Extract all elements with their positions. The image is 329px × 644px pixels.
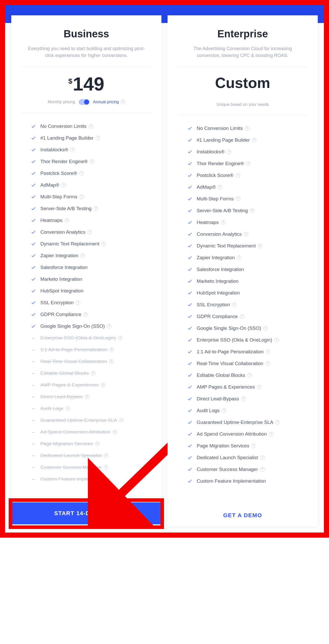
help-icon[interactable]: ? [257,385,262,389]
check-icon [187,150,192,154]
help-icon[interactable]: ? [269,432,274,436]
help-icon[interactable]: ? [95,442,100,446]
get-demo-button[interactable]: GET A DEMO [168,504,318,526]
help-icon[interactable]: ? [222,408,226,413]
help-icon[interactable]: ? [104,453,108,458]
feature-list-business: No Conversion Limits?#1 Landing Page Bui… [21,120,151,485]
help-icon[interactable]: ? [79,171,84,176]
feature-label: Audit Logs [40,406,63,411]
help-icon[interactable]: ? [263,326,268,331]
feature-item: Page Migration Services? [187,440,308,452]
dash-icon: – [31,476,36,482]
help-icon[interactable]: ? [250,208,254,213]
feature-label: Dynamic Text Replacement [40,241,99,247]
start-trial-button[interactable]: START 14-DAY TRIAL [11,502,161,524]
check-icon [187,185,192,189]
help-icon[interactable]: ? [260,467,265,472]
feature-item: –Custom Feature Implementation [31,473,151,485]
help-icon[interactable]: ? [109,359,114,364]
help-icon[interactable]: ? [93,206,98,211]
help-icon[interactable]: ? [84,312,88,317]
help-icon[interactable]: ? [76,300,80,305]
check-icon [187,302,192,307]
help-icon[interactable]: ? [236,173,240,178]
help-icon[interactable]: ? [274,338,279,342]
help-icon[interactable]: ? [101,383,105,387]
help-icon[interactable]: ? [218,185,222,189]
billing-toggle[interactable] [79,99,89,105]
help-icon[interactable]: ? [240,314,244,319]
help-icon[interactable]: ? [89,124,93,129]
help-icon[interactable]: ? [101,242,106,246]
feature-item: No Conversion Limits? [31,120,151,132]
help-icon[interactable]: ? [258,244,262,248]
help-icon[interactable]: ? [85,394,89,399]
help-icon[interactable]: ? [65,406,70,411]
feature-item: Audit Logs? [187,405,308,416]
help-icon[interactable]: ? [80,253,85,258]
divider [21,112,151,113]
toggle-label-annual[interactable]: Annual pricing ? [93,100,125,104]
feature-label: Zapier Integration [40,253,78,258]
feature-label: Enterprise SSO (Okta & OneLogin) [40,335,116,341]
feature-item: –Guaranteed Uptime-Enterprise SLA? [31,414,151,426]
help-icon[interactable]: ? [107,324,111,329]
help-icon[interactable]: ? [91,371,96,376]
help-icon[interactable]: ? [227,150,231,154]
help-icon[interactable]: ? [221,220,226,225]
feature-label: Customer Success Manager [40,465,102,470]
feature-item: #1 Landing Page Builder? [187,134,308,146]
help-icon[interactable]: ? [246,161,251,166]
help-icon[interactable]: ? [113,430,117,434]
feature-item: Zapier Integration? [31,250,151,262]
help-icon[interactable]: ? [237,255,241,260]
help-icon[interactable]: ? [119,418,124,423]
help-icon[interactable]: ? [109,347,114,352]
help-icon[interactable]: ? [87,230,92,234]
help-icon[interactable]: ? [252,138,256,142]
feature-item: AMP Pages & Experiences? [187,381,308,393]
check-icon [31,148,36,152]
feature-label: Ad Spend Conversion Attribution [40,429,111,435]
help-icon[interactable]: ? [118,336,123,340]
feature-item: Multi-Step Forms? [31,191,151,203]
feature-label: Dynamic Text Replacement [197,243,256,249]
check-icon [187,432,192,436]
help-icon[interactable]: ? [104,465,108,470]
feature-item: Editable Global Blocks? [187,369,308,381]
help-icon[interactable]: ? [251,444,256,448]
feature-item: –Audit Logs? [31,403,151,414]
check-icon [31,218,36,223]
feature-label: Multi-Step Forms [197,196,234,202]
help-icon[interactable]: ? [275,420,280,425]
help-icon[interactable]: ? [96,136,100,140]
feature-item: Salesforce Integration [187,264,308,275]
help-icon[interactable]: ? [70,148,75,152]
help-icon[interactable]: ? [90,159,94,164]
feature-label: Page Migration Services [40,441,93,447]
price-block: Custom Unique based on your needs [178,75,308,107]
help-icon[interactable]: ? [265,361,270,366]
price-block: $ 149 Monthly pricing Annual pricing ? [21,75,151,105]
help-icon[interactable]: ? [232,302,237,307]
help-icon[interactable]: ? [260,455,265,460]
help-icon[interactable]: ? [247,373,252,378]
check-icon [187,420,192,425]
help-icon[interactable]: ? [245,126,250,131]
help-icon[interactable]: ? [266,349,270,354]
help-icon[interactable]: ? [65,218,69,223]
feature-label: GDPR Compliance [40,312,81,317]
check-icon [187,291,192,295]
help-icon[interactable]: ? [236,197,240,201]
feature-item: Thor Render Engine®? [31,156,151,167]
plan-title: Enterprise [178,28,308,40]
check-icon [187,197,192,201]
feature-item: Marketo Integration [187,275,308,287]
help-icon[interactable]: ? [79,195,84,199]
help-icon[interactable]: ? [61,183,66,187]
help-icon[interactable]: ? [244,232,248,236]
help-icon[interactable]: ? [121,100,125,104]
feature-item: –Enterprise SSO (Okta & OneLogin)? [31,332,151,344]
help-icon[interactable]: ? [241,397,246,401]
toggle-label-monthly[interactable]: Monthly pricing [48,100,75,104]
